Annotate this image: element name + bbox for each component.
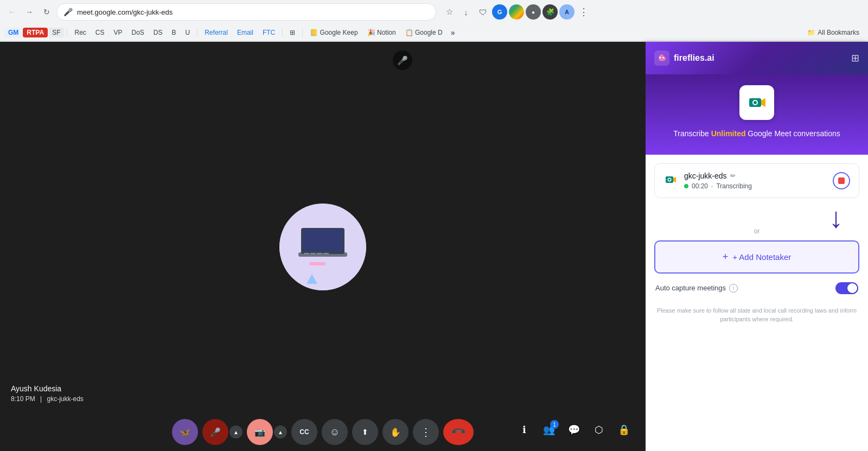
profile-icon[interactable]: A xyxy=(559,4,575,20)
bm-email[interactable]: Email xyxy=(233,27,258,38)
stop-recording-button[interactable] xyxy=(833,172,850,189)
bm-rtpa[interactable]: RTPA xyxy=(23,28,48,37)
bm-google-d[interactable]: 📋 Google D xyxy=(401,27,447,38)
auto-capture-row: Auto capture meetings i xyxy=(654,282,859,294)
bm-sf[interactable]: SF xyxy=(48,28,64,37)
bookmark-star-button[interactable]: ☆ xyxy=(442,4,457,20)
panel-hero: Transcribe Unlimited Google Meet convers… xyxy=(646,74,868,155)
host-controls-button[interactable]: 🔒 xyxy=(613,419,635,441)
meeting-time-code: 8:10 PM | gkc-jukk-eds xyxy=(11,395,84,403)
meeting-card: gkc-jukk-eds ✏ 00:20 · Transcribing xyxy=(654,163,859,198)
separator3 xyxy=(282,28,283,37)
settings-grid-icon: ⊞ xyxy=(851,52,859,64)
cam-button[interactable]: 📷 xyxy=(247,419,273,445)
avatar-svg xyxy=(279,204,366,290)
separator1 xyxy=(67,28,67,37)
or-text: or xyxy=(754,227,760,235)
mute-indicator-top-right: 🎤 xyxy=(393,50,412,70)
svg-point-21 xyxy=(668,179,671,181)
forward-button[interactable]: → xyxy=(22,4,37,20)
mic-expand-button[interactable]: ▲ xyxy=(229,425,242,439)
bm-b[interactable]: B xyxy=(168,27,181,38)
bm-rec[interactable]: Rec xyxy=(70,27,90,38)
menu-button[interactable]: ⋮ xyxy=(576,4,591,20)
present-button[interactable]: ⬆ xyxy=(352,419,378,445)
more-icon: ⋮ xyxy=(420,425,431,439)
people-button[interactable]: 👥 1 xyxy=(538,419,560,441)
separator4 xyxy=(302,28,303,37)
bm-google-keep[interactable]: 📒 Google Keep xyxy=(305,27,362,38)
fireflies-logo-icon xyxy=(654,50,669,66)
panel-header: fireflies.ai ⊞ xyxy=(646,42,868,74)
captions-button[interactable]: CC xyxy=(291,419,317,445)
url-text: meet.google.com/gkc-jukk-eds xyxy=(77,8,173,16)
back-button[interactable]: ← xyxy=(4,4,20,20)
hero-text-part1: Transcribe xyxy=(673,129,711,138)
separator2 xyxy=(197,28,197,37)
reload-button[interactable]: ↻ xyxy=(39,4,54,20)
add-notetaker-button[interactable]: + + Add Notetaker xyxy=(654,240,859,274)
hero-text: Transcribe Unlimited Google Meet convers… xyxy=(673,129,840,139)
ext-puzzle[interactable]: 🧩 xyxy=(542,4,558,20)
auto-capture-toggle[interactable] xyxy=(835,282,858,294)
bm-ds[interactable]: DS xyxy=(149,27,167,38)
avatar-illustration xyxy=(279,204,366,290)
chat-button[interactable]: 💬 xyxy=(563,419,585,441)
bm-grid[interactable]: ⊞ xyxy=(285,27,299,38)
toggle-knob xyxy=(847,283,857,293)
gmeet-icon-wrapper xyxy=(739,85,774,120)
svg-point-17 xyxy=(754,101,757,104)
info-button[interactable]: ℹ xyxy=(513,419,535,441)
legal-text: Please make sure to follow all state and… xyxy=(654,302,859,326)
bm-vp[interactable]: VP xyxy=(109,27,126,38)
svg-rect-10 xyxy=(303,230,343,251)
bm-dos[interactable]: DoS xyxy=(127,27,149,38)
svg-point-12 xyxy=(660,57,661,59)
all-bookmarks-label: All Bookmarks xyxy=(818,29,859,36)
panel-settings-button[interactable]: ⊞ xyxy=(851,52,859,64)
auto-capture-info-icon[interactable]: i xyxy=(729,284,738,293)
meeting-info: gkc-jukk-eds ✏ 00:20 · Transcribing xyxy=(684,171,826,190)
download-button[interactable]: ↓ xyxy=(458,4,474,20)
fireflies-logo: fireflies.ai xyxy=(654,50,714,66)
hero-text-part2: Google Meet conversations xyxy=(745,129,840,138)
browser-toolbar: ← → ↻ 🎤 meet.google.com/gkc-jukk-eds ☆ ↓… xyxy=(0,0,868,24)
ext-dark[interactable]: ● xyxy=(526,4,541,20)
edit-meeting-icon[interactable]: ✏ xyxy=(730,172,736,180)
bookmarks-bar: GM RTPA SF Rec CS VP DoS DS B U Referral… xyxy=(0,24,868,41)
emoji-button[interactable]: ☺ xyxy=(322,419,348,445)
end-call-icon: 📞 xyxy=(450,423,467,440)
auto-capture-label: Auto capture meetings i xyxy=(655,284,831,293)
bm-cs[interactable]: CS xyxy=(91,27,109,38)
bm-referral[interactable]: Referral xyxy=(200,27,232,38)
extension-colorful[interactable] xyxy=(509,4,524,20)
fireflies-button[interactable]: 🦋 xyxy=(172,419,198,445)
svg-rect-8 xyxy=(309,262,326,265)
bm-u[interactable]: U xyxy=(181,27,195,38)
cam-expand-button[interactable]: ▲ xyxy=(274,425,287,439)
bm-more[interactable]: » xyxy=(448,28,458,37)
add-notetaker-label: + Add Notetaker xyxy=(732,252,791,262)
folder-icon: 📁 xyxy=(807,29,815,36)
fireflies-panel: fireflies.ai ⊞ xyxy=(646,42,868,451)
address-bar[interactable]: 🎤 meet.google.com/gkc-jukk-eds xyxy=(56,3,436,21)
more-options-button[interactable]: ⋮ xyxy=(413,419,439,445)
raise-hand-button[interactable]: ✋ xyxy=(382,419,409,445)
grammarly-ext[interactable]: G xyxy=(492,4,507,20)
activities-button[interactable]: ⬡ xyxy=(588,419,610,441)
stop-icon xyxy=(838,177,845,184)
shield-button[interactable]: 🛡 xyxy=(475,4,490,20)
user-avatar xyxy=(279,204,366,290)
controls-bar: 🦋 🎤 ▲ 📷 ▲ CC xyxy=(0,419,646,445)
bm-notion[interactable]: 🎉 Notion xyxy=(363,27,400,38)
time-separator: | xyxy=(40,395,42,403)
mic-button[interactable]: 🎤 xyxy=(202,419,228,445)
end-call-button[interactable]: 📞 xyxy=(443,419,474,445)
fireflies-logo-text: fireflies.ai xyxy=(674,53,714,63)
all-bookmarks[interactable]: 📁 All Bookmarks xyxy=(803,27,864,38)
bm-gm[interactable]: GM xyxy=(4,28,22,37)
meeting-icon-svg xyxy=(663,173,678,187)
bm-ftc[interactable]: FTC xyxy=(258,27,279,38)
meeting-title-row: gkc-jukk-eds ✏ xyxy=(684,171,826,180)
cam-btn-group: 📷 ▲ xyxy=(247,419,287,445)
